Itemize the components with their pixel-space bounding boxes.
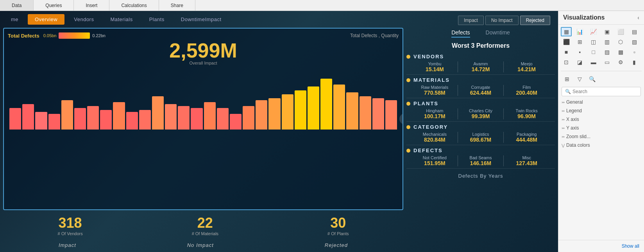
filter-icon[interactable]: ▽ bbox=[574, 74, 585, 84]
area-viz-icon[interactable]: ⬜ bbox=[615, 27, 626, 36]
chart-bar bbox=[217, 108, 229, 130]
performer-col: Not Certified151.95M bbox=[413, 155, 456, 166]
treemap-viz-icon[interactable]: ▪ bbox=[574, 47, 585, 57]
tab-calculations[interactable]: Calculations bbox=[109, 0, 159, 11]
chart-bar bbox=[282, 94, 293, 130]
stat-vendors: 318 # Of Vendors bbox=[57, 215, 82, 236]
viz-section-yaxis[interactable]: ⤔ Y axis bbox=[558, 124, 644, 132]
more-viz-icon[interactable]: ▮ bbox=[629, 58, 640, 67]
map-viz-icon[interactable]: □ bbox=[588, 47, 599, 57]
chevron-data-colors: ⋁ bbox=[562, 143, 565, 148]
performer-value: 127.43M bbox=[505, 160, 548, 166]
chart-next-arrow[interactable]: › bbox=[399, 113, 403, 124]
viz-title: Visualizations bbox=[563, 14, 605, 21]
nav-tab-materials[interactable]: Materials bbox=[103, 14, 140, 25]
performer-col: Hingham100.17M bbox=[413, 108, 456, 119]
stat-materials-value: 22 bbox=[192, 215, 218, 231]
funnel-viz-icon[interactable]: ◫ bbox=[588, 37, 599, 47]
stat-vendors-value: 318 bbox=[57, 215, 82, 231]
performer-value: 14.21M bbox=[505, 66, 548, 72]
performer-category: CATEGORY bbox=[413, 124, 448, 130]
heatmap-viz-icon[interactable]: ▨ bbox=[601, 47, 612, 57]
viz-section-data-colors[interactable]: ⋁ Data colors bbox=[558, 141, 644, 149]
bar-chart-viz-icon[interactable]: 📊 bbox=[574, 27, 585, 36]
section-label-legend: Legend bbox=[566, 108, 582, 113]
scatter-viz-icon[interactable]: ▣ bbox=[601, 27, 612, 36]
performer-value: 770.58M bbox=[413, 90, 456, 96]
filter-rejected[interactable]: Rejected bbox=[520, 16, 550, 25]
performer-value: 200.40M bbox=[505, 90, 548, 96]
tab-downtime[interactable]: Downtime bbox=[486, 29, 510, 38]
show-all-button[interactable]: Show all bbox=[558, 240, 644, 252]
gauge-viz-icon[interactable]: ▥ bbox=[601, 37, 612, 47]
kpi-viz-icon[interactable]: ▧ bbox=[629, 37, 640, 47]
tab-defects[interactable]: Defects bbox=[451, 29, 470, 38]
viz-collapse-icon[interactable]: ‹ bbox=[637, 14, 639, 21]
search-icon-small[interactable]: 🔍 bbox=[587, 74, 597, 84]
chevron-zoom: ⤔ bbox=[562, 135, 565, 139]
viz-header: Visualizations ‹ bbox=[558, 11, 644, 25]
viz-section-legend[interactable]: ⤔ Legend bbox=[558, 106, 644, 115]
ribbon-viz-icon[interactable]: ▩ bbox=[615, 47, 626, 57]
donut-viz-icon[interactable]: ⬛ bbox=[561, 37, 572, 47]
filter-impact[interactable]: Impact bbox=[458, 16, 484, 25]
performer-value: 100.17M bbox=[413, 113, 456, 119]
search-input[interactable] bbox=[572, 89, 637, 94]
chevron-yaxis: ⤔ bbox=[562, 126, 565, 130]
performer-divider bbox=[503, 61, 504, 72]
viz-section-general[interactable]: ⤔ General bbox=[558, 98, 644, 106]
section-label-xaxis: X axis bbox=[566, 117, 579, 122]
viz-section-xaxis[interactable]: ⤔ X axis bbox=[558, 115, 644, 124]
performer-dot bbox=[406, 125, 410, 129]
separator-line bbox=[406, 74, 555, 75]
viz-search-row: 🔍 bbox=[562, 87, 641, 96]
table-viz-icon[interactable]: ▦ bbox=[561, 27, 572, 36]
performer-col: Packaging444.48M bbox=[505, 132, 548, 143]
tab-queries[interactable]: Queries bbox=[34, 0, 74, 11]
section-label-yaxis: Y axis bbox=[566, 125, 579, 131]
nav-tab-downtime-impact[interactable]: DowntimeImpact bbox=[174, 14, 229, 25]
performer-divider bbox=[503, 155, 504, 166]
nav-tab-plants[interactable]: Plants bbox=[142, 14, 172, 25]
viz-section-zoom[interactable]: ⤔ Zoom slid... bbox=[558, 132, 644, 141]
performer-col: Film200.40M bbox=[505, 85, 548, 96]
decomp-viz-icon[interactable]: ▫ bbox=[629, 47, 640, 57]
separator-line bbox=[406, 121, 555, 122]
nav-tab-overview[interactable]: Overview bbox=[28, 14, 64, 25]
filter-no-impact[interactable]: No Impact bbox=[485, 16, 519, 25]
ai-viz-icon[interactable]: ⊡ bbox=[561, 58, 572, 67]
performer-divider bbox=[458, 108, 458, 119]
separator-line bbox=[406, 145, 555, 145]
performer-dot bbox=[406, 102, 410, 106]
tab-data[interactable]: Data bbox=[0, 0, 34, 11]
defects-by-years: Defects By Years bbox=[406, 173, 555, 179]
tab-share[interactable]: Share bbox=[159, 0, 195, 11]
waterfall-viz-icon[interactable]: ⊞ bbox=[574, 37, 585, 47]
text-viz-icon[interactable]: ▭ bbox=[601, 58, 612, 67]
chart-area: Total Defects 0.05bn 0.22bn Total Defect… bbox=[3, 28, 403, 249]
performer-section: MATERIALSRaw Materials770.58MCorrugate62… bbox=[406, 76, 555, 99]
performer-values: Not Certified151.95MBad Seams146.16MMisc… bbox=[406, 155, 555, 166]
stat-plants: 30 # Of Plants bbox=[327, 215, 349, 236]
image-viz-icon[interactable]: ▬ bbox=[588, 58, 599, 67]
table-icon[interactable]: ⊞ bbox=[562, 74, 572, 84]
performer-name: Not Certified bbox=[413, 155, 456, 160]
matrix-viz-icon[interactable]: ■ bbox=[561, 47, 572, 57]
card-viz-icon[interactable]: ⬡ bbox=[615, 37, 626, 47]
stat-materials-label: # Of Materials bbox=[192, 231, 218, 236]
performer-name: Twin Rocks bbox=[505, 108, 548, 113]
chart-bar bbox=[152, 96, 164, 130]
chart-bar bbox=[243, 106, 254, 130]
performer-values: Yombu15.14MAvamm14.72MMeejo14.21M bbox=[406, 61, 555, 72]
shape-viz-icon[interactable]: ◪ bbox=[574, 58, 585, 67]
nav-tab-me[interactable]: me bbox=[4, 14, 25, 25]
pie-viz-icon[interactable]: ▤ bbox=[629, 27, 640, 36]
performer-values: Hingham100.17MCharles City99.39MTwin Roc… bbox=[406, 108, 555, 119]
nav-tab-vendors[interactable]: Vendors bbox=[67, 14, 101, 25]
performer-sections: VENDORSYombu15.14MAvamm14.72MMeejo14.21M… bbox=[406, 52, 555, 170]
line-chart-viz-icon[interactable]: 📈 bbox=[588, 27, 599, 36]
python-viz-icon[interactable]: ⚙ bbox=[615, 58, 626, 67]
tab-insert[interactable]: Insert bbox=[74, 0, 109, 11]
performer-value: 15.14M bbox=[413, 66, 456, 72]
worst-performers-title: Worst 3 Performers bbox=[406, 41, 555, 51]
